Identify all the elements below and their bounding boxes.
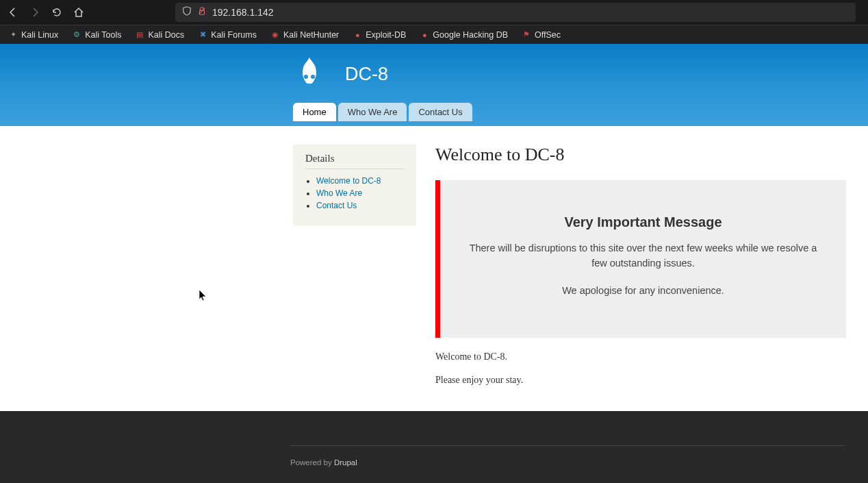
bookmarks-bar: ✦ Kali Linux ⚙ Kali Tools ▤ Kali Docs ✖ … [0,25,868,44]
bookmark-kali-forums[interactable]: ✖ Kali Forums [194,29,261,41]
lock-icon [197,6,207,18]
forward-button[interactable] [27,5,42,20]
footer-prefix: Powered by [290,458,334,467]
bookmark-label: Kali Forums [211,30,257,40]
mouse-cursor-icon [199,289,208,304]
footer-drupal-link[interactable]: Drupal [334,458,357,467]
bookmark-exploit-db[interactable]: ● Exploit-DB [348,29,410,41]
bookmark-label: Kali NetHunter [283,30,339,40]
tab-contact-us[interactable]: Contact Us [409,103,472,121]
alert-text-1: There will be disruptions to this site o… [461,241,826,271]
main-content: Welcome to DC-8 Very Important Message T… [435,145,846,398]
primary-nav: Home Who We Are Contact Us [293,103,868,121]
ghdb-icon: ● [420,30,429,40]
reload-button[interactable] [49,5,64,20]
offsec-icon: ⚑ [522,30,531,40]
list-item: Who We Are [316,188,404,198]
forums-icon: ✖ [198,30,207,40]
nethunter-icon: ◉ [270,30,280,40]
site-header: DC-8 Home Who We Are Contact Us [0,44,868,126]
svg-point-3 [311,75,315,79]
sidebar-link-welcome[interactable]: Welcome to DC-8 [316,176,381,186]
tab-home[interactable]: Home [293,103,336,121]
shield-icon [182,6,192,18]
site-footer: Powered by Drupal [0,411,868,483]
browser-toolbar: 192.168.1.142 [0,0,868,25]
list-item: Contact Us [316,201,404,210]
sidebar-heading: Details [305,153,404,169]
bookmark-kali-docs[interactable]: ▤ Kali Docs [131,29,188,41]
dragon-icon: ✦ [8,30,18,40]
body-paragraph: Please enjoy your stay. [435,375,846,386]
alert-text-2: We apologise for any inconvenience. [461,284,826,299]
docs-icon: ▤ [135,30,144,40]
exploitdb-icon: ● [353,30,362,40]
bookmark-kali-linux[interactable]: ✦ Kali Linux [4,29,62,41]
sidebar-link-who[interactable]: Who We Are [316,188,362,198]
tools-icon: ⚙ [72,30,81,40]
body-paragraph: Welcome to DC-8. [435,351,846,362]
alert-heading: Very Important Message [461,214,826,230]
bookmark-ghdb[interactable]: ● Google Hacking DB [416,29,512,41]
bookmark-label: Exploit-DB [366,30,406,40]
tab-who-we-are[interactable]: Who We Are [338,103,407,121]
site-title[interactable]: DC-8 [345,64,388,85]
list-item: Welcome to DC-8 [316,176,404,186]
alert-box: Very Important Message There will be dis… [435,180,846,338]
bookmark-offsec[interactable]: ⚑ OffSec [518,29,565,41]
back-button[interactable] [5,5,21,20]
bookmark-label: Kali Tools [85,30,121,40]
page-title: Welcome to DC-8 [435,145,846,165]
url-text: 192.168.1.142 [212,7,849,18]
home-button[interactable] [71,5,86,20]
sidebar-link-contact[interactable]: Contact Us [316,201,357,210]
svg-point-2 [304,75,308,79]
bookmark-label: Kali Docs [148,30,184,40]
bookmark-label: Google Hacking DB [433,30,508,40]
bookmark-label: OffSec [535,30,561,40]
drupal-logo-icon[interactable] [290,55,329,93]
bookmark-kali-nethunter[interactable]: ◉ Kali NetHunter [266,29,343,41]
bookmark-kali-tools[interactable]: ⚙ Kali Tools [68,29,125,41]
sidebar-details: Details Welcome to DC-8 Who We Are Conta… [293,145,416,225]
bookmark-label: Kali Linux [21,30,58,40]
url-bar[interactable]: 192.168.1.142 [175,3,856,22]
